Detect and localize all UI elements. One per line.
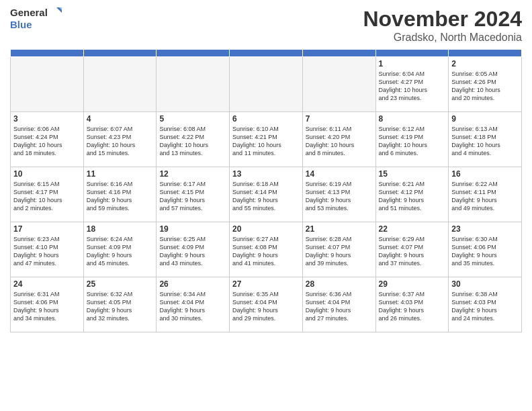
day-info: Sunrise: 6:19 AMSunset: 4:13 PMDaylight:…: [306, 180, 373, 213]
day-number: 7: [306, 114, 373, 124]
table-row: 25Sunrise: 6:32 AMSunset: 4:05 PMDayligh…: [83, 277, 157, 332]
day-info: Sunrise: 6:04 AMSunset: 4:27 PMDaylight:…: [379, 70, 446, 103]
day-info: Sunrise: 6:23 AMSunset: 4:10 PMDaylight:…: [13, 235, 81, 268]
col-friday: [375, 50, 449, 57]
table-row: 27Sunrise: 6:35 AMSunset: 4:04 PMDayligh…: [230, 277, 303, 332]
table-row: 11Sunrise: 6:16 AMSunset: 4:16 PMDayligh…: [83, 167, 157, 222]
table-row: 23Sunrise: 6:30 AMSunset: 4:06 PMDayligh…: [449, 222, 522, 277]
table-row: 14Sunrise: 6:19 AMSunset: 4:13 PMDayligh…: [302, 167, 375, 222]
header: General Blue November 2024 Gradsko, Nort…: [10, 7, 522, 44]
day-info: Sunrise: 6:37 AMSunset: 4:03 PMDaylight:…: [379, 290, 446, 323]
day-info: Sunrise: 6:25 AMSunset: 4:09 PMDaylight:…: [159, 235, 226, 268]
day-number: 21: [306, 224, 373, 234]
table-row: [11, 57, 84, 112]
calendar-week-row: 10Sunrise: 6:15 AMSunset: 4:17 PMDayligh…: [11, 167, 522, 222]
table-row: 15Sunrise: 6:21 AMSunset: 4:12 PMDayligh…: [375, 167, 449, 222]
calendar-week-row: 17Sunrise: 6:23 AMSunset: 4:10 PMDayligh…: [11, 222, 522, 277]
calendar-week-row: 24Sunrise: 6:31 AMSunset: 4:06 PMDayligh…: [11, 277, 522, 332]
table-row: 28Sunrise: 6:36 AMSunset: 4:04 PMDayligh…: [302, 277, 375, 332]
day-number: 17: [13, 224, 81, 234]
col-saturday: [449, 50, 522, 57]
day-info: Sunrise: 6:29 AMSunset: 4:07 PMDaylight:…: [379, 235, 446, 268]
table-row: [230, 57, 303, 112]
calendar-header-row: [11, 50, 522, 57]
day-info: Sunrise: 6:38 AMSunset: 4:03 PMDaylight:…: [451, 290, 519, 323]
day-number: 24: [13, 279, 81, 289]
logo: General Blue: [10, 7, 62, 30]
table-row: 18Sunrise: 6:24 AMSunset: 4:09 PMDayligh…: [83, 222, 157, 277]
table-row: [302, 57, 375, 112]
table-row: 30Sunrise: 6:38 AMSunset: 4:03 PMDayligh…: [449, 277, 522, 332]
day-number: 18: [87, 224, 154, 234]
month-title: November 2024: [363, 7, 522, 32]
table-row: 4Sunrise: 6:07 AMSunset: 4:23 PMDaylight…: [83, 112, 157, 167]
day-number: 8: [379, 114, 446, 124]
day-number: 2: [451, 59, 519, 68]
day-info: Sunrise: 6:15 AMSunset: 4:17 PMDaylight:…: [13, 180, 81, 213]
day-number: 13: [232, 169, 300, 179]
day-number: 30: [451, 279, 519, 289]
day-info: Sunrise: 6:28 AMSunset: 4:07 PMDaylight:…: [306, 235, 373, 268]
table-row: 16Sunrise: 6:22 AMSunset: 4:11 PMDayligh…: [449, 167, 522, 222]
day-info: Sunrise: 6:34 AMSunset: 4:04 PMDaylight:…: [159, 290, 226, 323]
day-number: 4: [87, 114, 154, 124]
day-info: Sunrise: 6:32 AMSunset: 4:05 PMDaylight:…: [87, 290, 154, 323]
location-title: Gradsko, North Macedonia: [363, 32, 522, 44]
day-info: Sunrise: 6:24 AMSunset: 4:09 PMDaylight:…: [87, 235, 154, 268]
table-row: 2Sunrise: 6:05 AMSunset: 4:26 PMDaylight…: [449, 57, 522, 112]
day-number: 20: [232, 224, 300, 234]
day-info: Sunrise: 6:31 AMSunset: 4:06 PMDaylight:…: [13, 290, 81, 323]
calendar-table: 1Sunrise: 6:04 AMSunset: 4:27 PMDaylight…: [10, 49, 522, 332]
day-info: Sunrise: 6:21 AMSunset: 4:12 PMDaylight:…: [379, 180, 446, 213]
day-number: 11: [87, 169, 154, 179]
table-row: 5Sunrise: 6:08 AMSunset: 4:22 PMDaylight…: [157, 112, 230, 167]
day-info: Sunrise: 6:16 AMSunset: 4:16 PMDaylight:…: [87, 180, 154, 213]
table-row: 19Sunrise: 6:25 AMSunset: 4:09 PMDayligh…: [157, 222, 230, 277]
day-info: Sunrise: 6:12 AMSunset: 4:19 PMDaylight:…: [379, 125, 446, 158]
day-number: 22: [379, 224, 446, 234]
table-row: 20Sunrise: 6:27 AMSunset: 4:08 PMDayligh…: [230, 222, 303, 277]
day-info: Sunrise: 6:06 AMSunset: 4:24 PMDaylight:…: [13, 125, 81, 158]
table-row: 8Sunrise: 6:12 AMSunset: 4:19 PMDaylight…: [375, 112, 449, 167]
day-info: Sunrise: 6:36 AMSunset: 4:04 PMDaylight:…: [306, 290, 373, 323]
day-info: Sunrise: 6:11 AMSunset: 4:20 PMDaylight:…: [306, 125, 373, 158]
day-number: 12: [159, 169, 226, 179]
day-info: Sunrise: 6:18 AMSunset: 4:14 PMDaylight:…: [232, 180, 300, 213]
table-row: 12Sunrise: 6:17 AMSunset: 4:15 PMDayligh…: [157, 167, 230, 222]
table-row: [83, 57, 157, 112]
table-row: 17Sunrise: 6:23 AMSunset: 4:10 PMDayligh…: [11, 222, 84, 277]
day-number: 23: [451, 224, 519, 234]
calendar-week-row: 3Sunrise: 6:06 AMSunset: 4:24 PMDaylight…: [11, 112, 522, 167]
day-info: Sunrise: 6:35 AMSunset: 4:04 PMDaylight:…: [232, 290, 300, 323]
day-info: Sunrise: 6:17 AMSunset: 4:15 PMDaylight:…: [159, 180, 226, 213]
day-number: 1: [379, 59, 446, 68]
day-number: 28: [306, 279, 373, 289]
table-row: 10Sunrise: 6:15 AMSunset: 4:17 PMDayligh…: [11, 167, 84, 222]
day-number: 10: [13, 169, 81, 179]
day-number: 25: [87, 279, 154, 289]
day-info: Sunrise: 6:07 AMSunset: 4:23 PMDaylight:…: [87, 125, 154, 158]
col-sunday: [11, 50, 84, 57]
table-row: 21Sunrise: 6:28 AMSunset: 4:07 PMDayligh…: [302, 222, 375, 277]
table-row: 9Sunrise: 6:13 AMSunset: 4:18 PMDaylight…: [449, 112, 522, 167]
col-monday: [83, 50, 157, 57]
table-row: 13Sunrise: 6:18 AMSunset: 4:14 PMDayligh…: [230, 167, 303, 222]
day-info: Sunrise: 6:10 AMSunset: 4:21 PMDaylight:…: [232, 125, 300, 158]
day-info: Sunrise: 6:22 AMSunset: 4:11 PMDaylight:…: [451, 180, 519, 213]
day-number: 29: [379, 279, 446, 289]
day-info: Sunrise: 6:13 AMSunset: 4:18 PMDaylight:…: [451, 125, 519, 158]
day-number: 3: [13, 114, 81, 124]
day-number: 5: [159, 114, 226, 124]
main-container: General Blue November 2024 Gradsko, Nort…: [0, 0, 532, 336]
day-info: Sunrise: 6:27 AMSunset: 4:08 PMDaylight:…: [232, 235, 300, 268]
day-number: 19: [159, 224, 226, 234]
day-info: Sunrise: 6:05 AMSunset: 4:26 PMDaylight:…: [451, 70, 519, 103]
col-tuesday: [157, 50, 230, 57]
day-number: 9: [451, 114, 519, 124]
day-info: Sunrise: 6:08 AMSunset: 4:22 PMDaylight:…: [159, 125, 226, 158]
table-row: 22Sunrise: 6:29 AMSunset: 4:07 PMDayligh…: [375, 222, 449, 277]
day-number: 16: [451, 169, 519, 179]
day-info: Sunrise: 6:30 AMSunset: 4:06 PMDaylight:…: [451, 235, 519, 268]
day-number: 27: [232, 279, 300, 289]
day-number: 15: [379, 169, 446, 179]
